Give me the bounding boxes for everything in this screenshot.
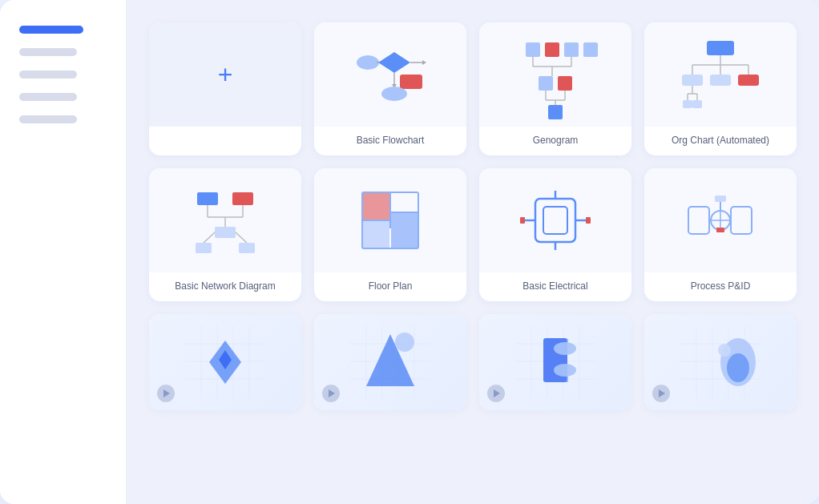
- svg-rect-10: [545, 42, 559, 57]
- svg-rect-3: [400, 75, 422, 89]
- plus-icon: +: [218, 62, 233, 87]
- video-card-3[interactable]: [479, 314, 631, 410]
- svg-rect-49: [239, 243, 255, 253]
- network-diagram-label: Basic Network Diagram: [149, 272, 301, 301]
- orgchart-preview: [644, 22, 797, 127]
- svg-point-101: [554, 342, 576, 355]
- svg-rect-56: [363, 221, 389, 248]
- floor-plan-label: Floor Plan: [314, 272, 466, 301]
- template-grid: +: [149, 22, 797, 410]
- floor-plan-card[interactable]: Floor Plan: [314, 168, 466, 301]
- video4-preview: [644, 314, 797, 410]
- svg-point-7: [357, 55, 379, 70]
- svg-rect-37: [683, 100, 692, 108]
- svg-rect-17: [539, 76, 553, 91]
- video-card-1[interactable]: [149, 314, 301, 410]
- sidebar-item-2[interactable]: [19, 48, 77, 56]
- svg-rect-48: [196, 243, 212, 253]
- svg-rect-31: [710, 75, 731, 86]
- genogram-label: Genogram: [479, 127, 631, 155]
- svg-point-113: [727, 353, 749, 382]
- svg-rect-9: [526, 42, 540, 57]
- svg-rect-66: [731, 207, 752, 234]
- pid-card[interactable]: Process P&ID: [644, 168, 797, 301]
- svg-marker-0: [378, 52, 410, 73]
- play-button-2[interactable]: [322, 385, 340, 402]
- svg-rect-40: [232, 192, 253, 205]
- video-card-2[interactable]: [314, 314, 466, 410]
- pid-label: Process P&ID: [644, 272, 797, 301]
- flowchart-label: Basic Flowchart: [314, 127, 466, 155]
- svg-rect-55: [391, 213, 418, 248]
- video-card-4[interactable]: [644, 314, 797, 410]
- basic-flowchart-card[interactable]: Basic Flowchart: [314, 22, 466, 155]
- app-window: +: [0, 0, 819, 504]
- sidebar: [0, 0, 127, 504]
- electrical-preview: [479, 168, 631, 272]
- svg-marker-2: [422, 60, 426, 65]
- svg-rect-39: [197, 192, 218, 205]
- play-icon-4: [659, 389, 665, 397]
- sidebar-item-3[interactable]: [19, 71, 77, 79]
- electrical-label: Basic Electrical: [479, 272, 631, 301]
- svg-rect-58: [543, 207, 567, 234]
- floor-plan-preview: [314, 168, 466, 272]
- sidebar-item-5[interactable]: [19, 115, 77, 123]
- svg-point-92: [395, 333, 414, 352]
- svg-point-102: [554, 364, 576, 377]
- svg-point-114: [718, 344, 731, 357]
- svg-rect-62: [586, 217, 591, 224]
- electrical-card[interactable]: Basic Electrical: [479, 168, 631, 301]
- svg-rect-12: [583, 42, 598, 57]
- svg-line-47: [236, 232, 247, 243]
- pid-preview: [644, 168, 797, 272]
- genogram-card[interactable]: Genogram: [479, 22, 631, 155]
- sidebar-item-1[interactable]: [19, 26, 83, 34]
- play-icon-3: [494, 389, 500, 397]
- svg-rect-23: [548, 105, 563, 119]
- network-preview: [149, 168, 301, 272]
- svg-rect-24: [707, 41, 734, 55]
- svg-rect-74: [715, 196, 726, 202]
- org-chart-label: Org Chart (Automated): [644, 127, 797, 155]
- svg-rect-11: [564, 42, 579, 57]
- svg-rect-18: [558, 76, 572, 91]
- svg-rect-60: [520, 217, 525, 224]
- play-button-1[interactable]: [157, 385, 175, 402]
- svg-rect-30: [682, 75, 703, 86]
- org-chart-card[interactable]: Org Chart (Automated): [644, 22, 797, 155]
- sidebar-item-4[interactable]: [19, 93, 77, 101]
- svg-point-6: [381, 87, 407, 101]
- play-icon-1: [163, 389, 170, 397]
- svg-rect-32: [738, 75, 759, 86]
- svg-rect-57: [535, 199, 575, 242]
- video3-preview: [479, 314, 631, 410]
- new-diagram-card[interactable]: +: [149, 22, 301, 155]
- new-card-preview: +: [149, 22, 301, 127]
- svg-rect-65: [688, 207, 709, 234]
- genogram-preview: [479, 22, 631, 127]
- svg-rect-45: [215, 227, 236, 238]
- main-content: +: [127, 0, 819, 504]
- network-diagram-card[interactable]: Basic Network Diagram: [149, 168, 301, 301]
- svg-rect-72: [716, 228, 724, 232]
- svg-line-46: [204, 232, 215, 243]
- svg-rect-38: [692, 100, 702, 108]
- svg-rect-54: [363, 193, 389, 220]
- play-button-3[interactable]: [487, 385, 505, 402]
- play-icon-2: [329, 389, 335, 397]
- play-button-4[interactable]: [652, 385, 670, 402]
- video2-preview: [314, 314, 466, 410]
- video1-preview: [149, 314, 301, 410]
- flowchart-preview: [314, 22, 466, 127]
